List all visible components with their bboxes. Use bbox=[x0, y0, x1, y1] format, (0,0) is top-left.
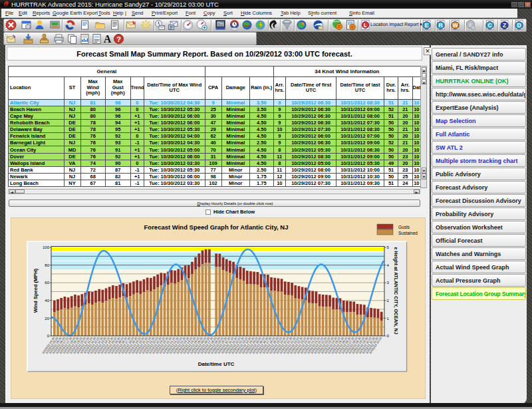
svg-text:D: D bbox=[517, 22, 521, 29]
svg-text:E: E bbox=[424, 22, 428, 29]
svg-text:100: 100 bbox=[43, 245, 50, 249]
svg-text:60: 60 bbox=[45, 281, 49, 285]
svg-text:Gusts: Gusts bbox=[398, 225, 410, 229]
svg-text:W: W bbox=[452, 22, 458, 29]
svg-text:Z: Z bbox=[502, 22, 505, 29]
svg-text:40: 40 bbox=[45, 299, 49, 303]
svg-text:Sustained: Sustained bbox=[398, 231, 418, 235]
svg-text:80: 80 bbox=[45, 263, 49, 267]
svg-text:R: R bbox=[438, 22, 442, 29]
svg-text:e Height at ATLANTIC CITY, OC: e Height at ATLANTIC CITY, OCEAN, NJ bbox=[393, 247, 398, 334]
svg-text:Wind Speed (MPH): Wind Speed (MPH) bbox=[33, 268, 39, 313]
svg-text:20: 20 bbox=[45, 317, 49, 321]
svg-text:A: A bbox=[103, 33, 111, 45]
svg-text:Date/time UTC: Date/time UTC bbox=[198, 361, 235, 367]
svg-text:Forecast Wind Speed Graph for: Forecast Wind Speed Graph for Atlantic C… bbox=[144, 223, 289, 231]
svg-text:?: ? bbox=[116, 35, 121, 43]
svg-text:C: C bbox=[487, 22, 491, 29]
